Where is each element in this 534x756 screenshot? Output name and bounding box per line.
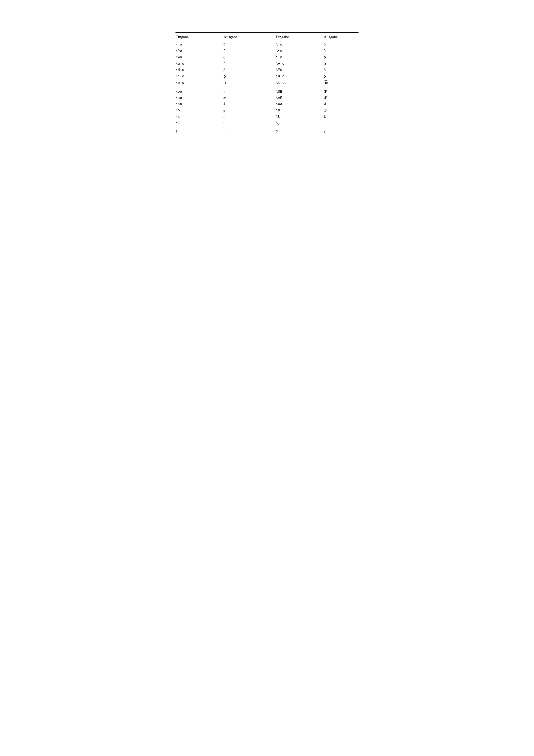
input-cell: !`: [175, 129, 223, 135]
output-cell: ¡: [223, 129, 276, 135]
output-cell: o̲: [223, 79, 276, 86]
input-cell: \o: [175, 107, 223, 113]
table-row: \oe œ \OE Œ: [175, 89, 359, 95]
input-cell: \t oo: [276, 79, 323, 86]
output-cell: õ: [323, 48, 359, 54]
col-header-ausgabe-2: Ausgabe: [323, 33, 359, 41]
table-row: \ae æ \AE Æ: [175, 95, 359, 101]
output-cell: o̧: [223, 73, 276, 79]
output-cell: œ: [223, 89, 276, 95]
output-cell: Œ: [323, 89, 359, 95]
input-cell: \.o: [276, 54, 323, 60]
output-cell: ó: [323, 41, 359, 48]
table-row: \b o o̲ \t oo o͡o: [175, 79, 359, 86]
input-cell: \AE: [276, 95, 323, 101]
output-cell: ȯ: [323, 54, 359, 60]
spacer-row: [175, 86, 359, 89]
spacer-row-2: [175, 126, 359, 129]
input-cell: \L: [276, 113, 323, 120]
output-cell: ŏ: [223, 60, 276, 67]
output-cell: ō: [223, 54, 276, 60]
input-cell: \u o: [175, 60, 223, 67]
output-cell: ö: [323, 67, 359, 73]
table-row: \`o ò \'o ó: [175, 41, 359, 48]
col-header-ausgabe-1: Ausgabe: [223, 33, 276, 41]
output-cell: ọ: [323, 73, 359, 79]
input-cell: \i: [175, 120, 223, 126]
table-row: \c o o̧ \d o ọ: [175, 73, 359, 79]
output-cell: Å: [323, 101, 359, 107]
table-row: \aa å \AA Å: [175, 101, 359, 107]
output-cell: æ: [223, 95, 276, 101]
input-cell: \=o: [175, 54, 223, 60]
output-cell: ò: [223, 41, 276, 48]
output-cell: o͡o: [323, 79, 359, 86]
input-cell: \OE: [276, 89, 323, 95]
output-cell: ı: [223, 120, 276, 126]
input-cell: \d o: [276, 73, 323, 79]
table-row: \i ı \j ȷ: [175, 120, 359, 126]
output-cell: ô: [223, 48, 276, 54]
input-cell: \'o: [276, 41, 323, 48]
input-cell: \~o: [276, 48, 323, 54]
output-cell: ø: [223, 107, 276, 113]
output-cell: Ø: [323, 107, 359, 113]
input-cell: \H o: [175, 67, 223, 73]
input-cell: \O: [276, 107, 323, 113]
output-cell: ȷ: [323, 120, 359, 126]
table-row: \=o ō \.o ȯ: [175, 54, 359, 60]
input-cell: \c o: [175, 73, 223, 79]
table-wrapper: Eingabe Ausgabe Eingabe Ausgabe \`o ò \'…: [175, 32, 359, 136]
character-table: Eingabe Ausgabe Eingabe Ausgabe \`o ò \'…: [175, 32, 359, 136]
input-cell: \aa: [175, 101, 223, 107]
input-cell: \AA: [276, 101, 323, 107]
table-row: \u o ŏ \v o ǒ: [175, 60, 359, 67]
output-cell: å: [223, 101, 276, 107]
input-cell: \"o: [276, 67, 323, 73]
table-row: \l ł \L Ł: [175, 113, 359, 120]
input-cell: \oe: [175, 89, 223, 95]
input-cell: \ae: [175, 95, 223, 101]
table-row: \o ø \O Ø: [175, 107, 359, 113]
output-cell: Æ: [323, 95, 359, 101]
input-cell: ?`: [276, 129, 323, 135]
output-cell: ¿: [323, 129, 359, 135]
output-cell: ł: [223, 113, 276, 120]
input-cell: \j: [276, 120, 323, 126]
header-row: Eingabe Ausgabe Eingabe Ausgabe: [175, 33, 359, 41]
table-row: !` ¡ ?` ¿: [175, 129, 359, 135]
table-row: \H o ő \"o ö: [175, 67, 359, 73]
input-cell: \^o: [175, 48, 223, 54]
input-cell: \v o: [276, 60, 323, 67]
bottom-rule-row: [175, 135, 359, 136]
output-cell: Ł: [323, 113, 359, 120]
input-cell: \b o: [175, 79, 223, 86]
input-cell: \l: [175, 113, 223, 120]
page-container: Eingabe Ausgabe Eingabe Ausgabe \`o ò \'…: [0, 0, 534, 756]
output-cell: ǒ: [323, 60, 359, 67]
input-cell: \`o: [175, 41, 223, 48]
output-cell: ő: [223, 67, 276, 73]
col-header-eingabe-2: Eingabe: [276, 33, 323, 41]
table-row: \^o ô \~o õ: [175, 48, 359, 54]
col-header-eingabe-1: Eingabe: [175, 33, 223, 41]
